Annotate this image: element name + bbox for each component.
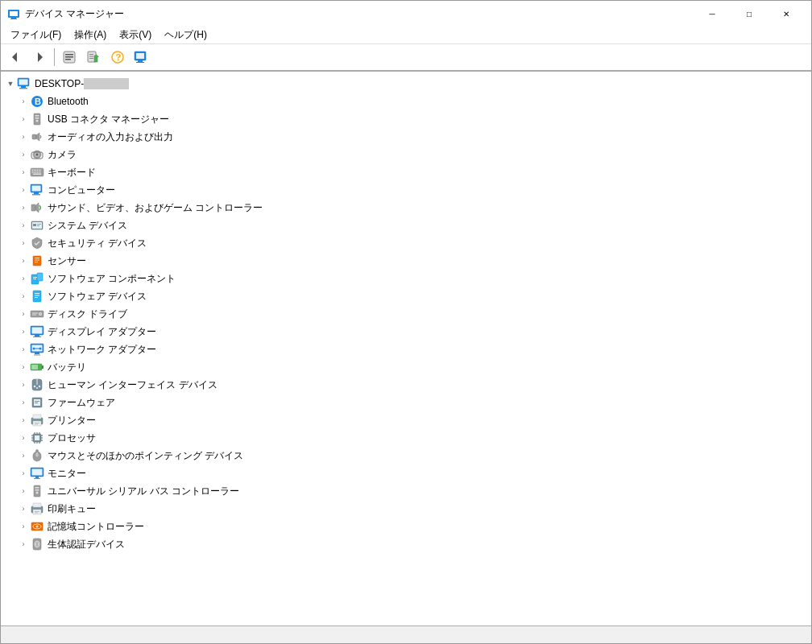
svg-rect-78 [35, 353, 39, 354]
svg-rect-84 [31, 365, 38, 369]
maximize-button[interactable]: □ [731, 1, 768, 27]
usb-connector-label: USB コネクタ マネージャー [48, 113, 169, 126]
svg-rect-3 [10, 19, 17, 19]
battery-arrow[interactable]: › [17, 361, 30, 374]
storage-arrow[interactable]: › [17, 520, 30, 533]
tree-item-monitor[interactable]: › モニター [1, 464, 811, 482]
tree-item-processor[interactable]: › プロセッサ [1, 429, 811, 447]
svg-point-126 [36, 492, 39, 494]
tree-item-printer[interactable]: › プリンター [1, 411, 811, 429]
audio-icon [30, 130, 44, 144]
tree-item-disk[interactable]: › ディスク ドライブ [1, 305, 811, 323]
usb-controller-arrow[interactable]: › [17, 485, 30, 497]
svg-rect-99 [35, 424, 38, 425]
svg-rect-11 [89, 54, 93, 55]
hid-label: ヒューマン インターフェイス デバイス [48, 378, 218, 392]
menu-help[interactable]: ヘルプ(H) [158, 27, 213, 43]
menu-file[interactable]: ファイル(F) [4, 27, 68, 43]
tree-item-keyboard[interactable]: › キーボード [1, 163, 811, 181]
keyboard-arrow[interactable]: › [17, 166, 30, 179]
software-component-label: ソフトウェア コンポーネント [48, 272, 176, 286]
storage-icon [30, 519, 44, 534]
tree-item-network[interactable]: › ネットワーク アダプター [1, 341, 811, 358]
system-devices-arrow[interactable]: › [17, 219, 30, 232]
device-tree[interactable]: ▼ DESKTOP-XXXXXXX › B Bluetooth [1, 72, 811, 625]
svg-point-33 [36, 154, 39, 156]
camera-icon [30, 147, 44, 162]
back-button[interactable] [4, 47, 27, 68]
audio-arrow[interactable]: › [17, 130, 30, 143]
update-driver-button[interactable] [82, 47, 105, 68]
svg-rect-38 [37, 170, 39, 171]
svg-point-100 [39, 419, 41, 421]
menu-view[interactable]: 表示(V) [113, 27, 158, 43]
help-button[interactable]: ? [106, 47, 129, 68]
firmware-arrow[interactable]: › [17, 396, 30, 409]
tree-item-sensor[interactable]: › センサー [1, 252, 811, 270]
hid-icon [30, 378, 44, 392]
tree-item-software-device[interactable]: › ソフトウェア デバイス [1, 287, 811, 305]
tree-item-bluetooth[interactable]: › B Bluetooth [1, 93, 811, 110]
hid-arrow[interactable]: › [17, 378, 30, 391]
computer-arrow[interactable]: › [17, 184, 30, 196]
forward-button[interactable] [28, 47, 51, 68]
svg-rect-70 [32, 313, 38, 314]
svg-point-29 [36, 120, 39, 122]
display-arrow[interactable]: › [17, 325, 30, 338]
svg-rect-22 [21, 86, 26, 88]
svg-rect-65 [35, 295, 39, 296]
properties-button[interactable] [58, 47, 81, 68]
tree-item-mouse[interactable]: › マウスとそのほかのポインティング デバイス [1, 447, 811, 464]
root-computer[interactable]: ▼ DESKTOP-XXXXXXX [1, 75, 811, 93]
tree-item-computer[interactable]: › コンピューター [1, 181, 811, 199]
bluetooth-arrow[interactable]: › [17, 95, 30, 108]
tree-item-biometric[interactable]: › 生体認証デバイス [1, 535, 811, 553]
svg-rect-52 [33, 224, 36, 226]
svg-rect-12 [89, 56, 93, 57]
sensor-arrow[interactable]: › [17, 254, 30, 267]
mouse-arrow[interactable]: › [17, 449, 30, 462]
tree-item-audio[interactable]: › オーディオの入力および出力 [1, 128, 811, 146]
disk-arrow[interactable]: › [17, 308, 30, 320]
tree-item-system-devices[interactable]: › システム デバイス [1, 217, 811, 234]
processor-arrow[interactable]: › [17, 431, 30, 444]
minimize-button[interactable]: ─ [694, 1, 731, 27]
tree-item-sound[interactable]: › サウンド、ビデオ、およびゲーム コントローラー [1, 199, 811, 217]
menu-action[interactable]: 操作(A) [68, 27, 113, 43]
tree-item-storage[interactable]: › 記憶域コントローラー [1, 518, 811, 535]
tree-item-battery[interactable]: › バッテリ [1, 358, 811, 376]
tree-item-display[interactable]: › ディスプレイ アダプター [1, 323, 811, 341]
printer-arrow[interactable]: › [17, 414, 30, 427]
svg-rect-74 [35, 335, 39, 336]
network-arrow[interactable]: › [17, 343, 30, 356]
svg-rect-21 [19, 80, 28, 85]
bluetooth-label: Bluetooth [48, 96, 89, 107]
print-queue-arrow[interactable]: › [17, 502, 30, 515]
svg-point-88 [34, 386, 35, 387]
biometric-arrow[interactable]: › [17, 538, 30, 551]
tree-item-firmware[interactable]: › ファームウェア [1, 394, 811, 411]
tree-item-security[interactable]: › セキュリティ デバイス [1, 234, 811, 252]
sound-arrow[interactable]: › [17, 201, 30, 214]
tree-item-hid[interactable]: › ヒューマン インターフェイス デバイス [1, 376, 811, 394]
camera-arrow[interactable]: › [17, 148, 30, 161]
monitor-arrow[interactable]: › [17, 467, 30, 480]
usb-connector-icon [30, 112, 44, 126]
processor-label: プロセッサ [48, 431, 96, 445]
svg-rect-43 [39, 171, 41, 173]
display-label: ディスプレイ アダプター [48, 325, 156, 339]
software-component-arrow[interactable]: › [17, 272, 30, 285]
computer-label: コンピューター [48, 184, 115, 197]
root-expand-arrow[interactable]: ▼ [4, 77, 17, 90]
security-arrow[interactable]: › [17, 237, 30, 250]
svg-rect-46 [32, 186, 41, 192]
software-device-arrow[interactable]: › [17, 290, 30, 303]
tree-item-camera[interactable]: › カメラ [1, 146, 811, 163]
tree-item-usb-connector[interactable]: › USB コネクタ マネージャー [1, 110, 811, 128]
tree-item-usb-controller[interactable]: › ユニバーサル シリアル バス コントローラー [1, 482, 811, 500]
usb-connector-arrow[interactable]: › [17, 113, 30, 126]
tree-item-software-component[interactable]: › ソフトウェア コンポーネント [1, 270, 811, 287]
device-manager-toolbar-button[interactable] [130, 47, 153, 68]
close-button[interactable]: ✕ [768, 1, 805, 27]
tree-item-print-queue[interactable]: › 印刷キュー [1, 500, 811, 518]
